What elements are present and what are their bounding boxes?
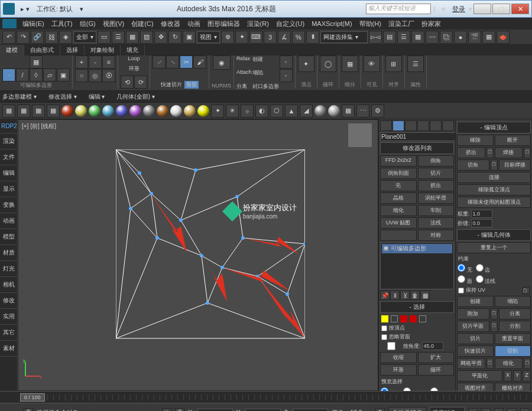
paint-btn[interactable]: 🖌: [193, 56, 206, 68]
render-button[interactable]: 🫖: [497, 31, 510, 44]
subobj-edge[interactable]: [391, 315, 398, 322]
remove-iso-btn[interactable]: 移除孤立顶点: [457, 184, 531, 195]
mod-chamferprof[interactable]: 倒角剖面: [380, 168, 417, 179]
preview-multi[interactable]: [430, 387, 438, 391]
sidebar-transform[interactable]: 变换: [0, 197, 17, 213]
modifier-list-dropdown[interactable]: 修改器列表: [380, 142, 454, 154]
play-next[interactable]: ▶: [507, 408, 517, 412]
ring-tool[interactable]: ⟳: [134, 76, 147, 89]
detach-btn[interactable]: 分离: [236, 83, 252, 90]
loop-label[interactable]: Loop: [128, 56, 140, 61]
ref-coord-dropdown[interactable]: 视图▾: [197, 31, 220, 43]
coord-x[interactable]: [197, 409, 233, 412]
workspace-dropdown[interactable]: 工作区: 默认: [37, 5, 73, 14]
menu-create[interactable]: 创建(C): [128, 19, 157, 28]
play-btn[interactable]: ▶: [494, 408, 504, 412]
mod-normal[interactable]: 法线: [418, 217, 455, 229]
autokey-btn[interactable]: 自动关键点: [388, 407, 426, 412]
sidebar-file[interactable]: 文件: [0, 149, 17, 165]
mod-extrude[interactable]: 挤出: [418, 180, 455, 191]
sidebar-other[interactable]: 其它: [0, 325, 17, 341]
sliceplane-btn[interactable]: 切片平面: [457, 321, 489, 332]
menu-group[interactable]: 组(G): [76, 19, 99, 28]
viewport-label[interactable]: [+] [前] [线框]: [22, 122, 56, 131]
preview-off[interactable]: [381, 387, 388, 391]
by-vertex-check[interactable]: [381, 325, 387, 331]
time-slider[interactable]: 0 / 100: [20, 393, 45, 402]
lock-icon[interactable]: 🔒: [24, 408, 33, 412]
poly-mode-btn[interactable]: ▱: [43, 68, 56, 81]
mat-tool1[interactable]: ✦: [211, 105, 224, 118]
relax-btn[interactable]: Relax: [236, 56, 252, 68]
grow-btn[interactable]: +: [75, 56, 88, 68]
menu-maxscript[interactable]: MAXScript(M): [308, 20, 355, 27]
menu-graph[interactable]: 图形编辑器: [204, 19, 244, 28]
grow-sel[interactable]: 扩大: [418, 352, 455, 363]
weight-input[interactable]: [471, 210, 492, 218]
detach-btn2[interactable]: 分离: [499, 308, 531, 319]
collapse-btn2[interactable]: 塌陷: [495, 296, 531, 307]
mod-lathe[interactable]: 车削: [418, 205, 455, 216]
search-input[interactable]: 输入关键字或短语: [366, 4, 431, 14]
schematic-button[interactable]: ⿻: [440, 31, 453, 44]
window-crossing-button[interactable]: ▨: [140, 31, 153, 44]
by-angle-check[interactable]: [381, 342, 402, 350]
tab-utilities[interactable]: [442, 120, 454, 131]
expand-btn[interactable]: ≡: [102, 56, 115, 68]
align-big[interactable]: ⊞: [385, 56, 402, 72]
ring-btn[interactable]: ◎: [89, 69, 102, 82]
mat-sphere-purple[interactable]: [129, 105, 141, 117]
mat-sphere-yellow[interactable]: [75, 105, 87, 117]
ribbon-tab-populate[interactable]: 填充: [121, 45, 145, 56]
play-end[interactable]: ⏭: [520, 408, 530, 412]
mat-sphere-gray[interactable]: [143, 105, 155, 117]
attach-btn2[interactable]: 附加: [457, 308, 489, 319]
mat-settings[interactable]: ⚙: [371, 105, 384, 118]
dot-btn[interactable]: ⦿: [102, 69, 115, 82]
scale-button[interactable]: ▣: [183, 31, 196, 44]
constraint-face[interactable]: [458, 275, 465, 283]
mat-sphere-x1[interactable]: [314, 105, 326, 117]
mirror-button[interactable]: ▻◅: [369, 31, 382, 44]
mat-sphere-red[interactable]: [61, 105, 73, 117]
stack-editable-poly[interactable]: ▣ 可编辑多边形: [382, 244, 452, 253]
collapse-btn[interactable]: 塌陷: [252, 69, 279, 82]
menu-tools[interactable]: 工具(T): [48, 19, 76, 28]
menu-edit[interactable]: 编辑(E): [19, 19, 48, 28]
unlink-button[interactable]: ⛓: [45, 31, 58, 44]
create-btn[interactable]: 创建: [457, 296, 494, 307]
mat-more[interactable]: ⋯: [356, 105, 369, 118]
undo-button[interactable]: ↶: [2, 31, 15, 44]
config-mod[interactable]: ▦: [420, 291, 430, 300]
ring-label[interactable]: 环形: [129, 65, 140, 73]
tess-btn[interactable]: 细化: [495, 358, 523, 369]
select-rect-button[interactable]: ▦: [126, 31, 139, 44]
ribbon-tab-paint[interactable]: 对象绘制: [85, 45, 121, 56]
pivot-button[interactable]: ⊕: [221, 31, 234, 44]
sidebar-rdp[interactable]: RDP2: [0, 119, 17, 133]
layers-button[interactable]: ☰: [397, 31, 410, 44]
preview-sub[interactable]: [403, 387, 411, 391]
angle-snap-button[interactable]: ∡: [278, 31, 291, 44]
vertex-mode[interactable]: ·: [2, 68, 15, 81]
sidebar-assets[interactable]: 素材: [0, 341, 17, 357]
render-setup-button[interactable]: 🎬: [468, 31, 481, 44]
seal-btn[interactable]: 封口多边形: [252, 83, 279, 90]
sidebar-modify[interactable]: 修改: [0, 293, 17, 309]
subobj-vertex[interactable]: [381, 315, 388, 322]
maximize-button[interactable]: ▢: [492, 4, 510, 14]
mat-sphere-blue[interactable]: [116, 105, 128, 117]
tab-modify[interactable]: [392, 120, 404, 131]
edit-vertex-rollout[interactable]: - 编辑顶点: [457, 122, 531, 133]
constraint-none[interactable]: [458, 264, 465, 272]
extrude-btn[interactable]: 挤出: [457, 147, 485, 158]
extrude-opt[interactable]: □: [486, 147, 494, 158]
planar-x[interactable]: X: [504, 370, 512, 381]
coord-y[interactable]: [245, 409, 281, 412]
extra-btn[interactable]: ▫: [280, 56, 293, 68]
mod-turbo[interactable]: 涡轮平滑: [418, 193, 455, 204]
pin-stack[interactable]: 📌: [380, 291, 390, 300]
viewport[interactable]: [+] [前] [线框]: [18, 119, 378, 391]
modifier-stack[interactable]: ▣ 可编辑多边形: [380, 242, 454, 289]
attach-opt[interactable]: □: [491, 308, 498, 319]
